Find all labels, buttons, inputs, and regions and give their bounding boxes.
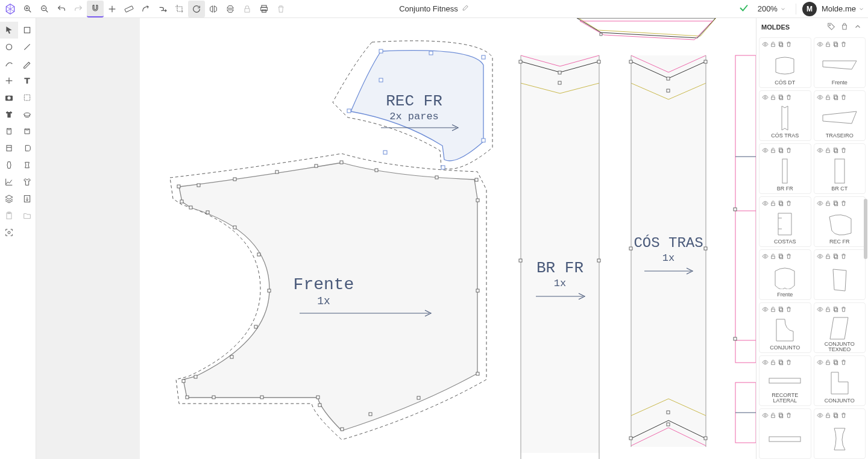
- piece-tool-b[interactable]: [18, 140, 36, 157]
- mold-item[interactable]: [814, 249, 866, 300]
- piece-br-fr[interactable]: BR FR 1x: [519, 55, 600, 459]
- mold-visibility-icon[interactable]: [762, 92, 769, 103]
- point-tool[interactable]: [0, 72, 18, 89]
- delete-icon[interactable]: [272, 1, 289, 17]
- mold-visibility-icon[interactable]: [817, 410, 823, 421]
- print-icon[interactable]: [256, 1, 272, 17]
- circle-tool[interactable]: [0, 39, 18, 55]
- piece-cos-tras[interactable]: CÓS TRAS 1x: [629, 55, 707, 447]
- mold-copy-icon[interactable]: [832, 39, 839, 50]
- shape-dash-tool[interactable]: [18, 89, 36, 106]
- mold-copy-icon[interactable]: [778, 92, 784, 103]
- folder-tool[interactable]: [18, 207, 36, 224]
- crop-icon[interactable]: [171, 1, 188, 17]
- text-tool[interactable]: [18, 72, 36, 89]
- garment-tool-a[interactable]: [0, 106, 18, 123]
- mold-copy-icon[interactable]: [832, 198, 839, 209]
- mold-copy-icon[interactable]: [832, 251, 839, 262]
- piece-frente[interactable]: Frente 1x: [170, 154, 486, 440]
- panel-bag-icon[interactable]: [840, 22, 850, 32]
- mold-item[interactable]: BR FR: [759, 143, 811, 194]
- mold-delete-icon[interactable]: [785, 92, 792, 103]
- piece-tool-a[interactable]: [0, 140, 18, 157]
- mold-delete-icon[interactable]: [785, 39, 792, 50]
- redo-icon[interactable]: [70, 1, 87, 17]
- mold-lock-icon[interactable]: [770, 251, 776, 262]
- mold-visibility-icon[interactable]: [762, 198, 769, 209]
- mold-lock-icon[interactable]: [770, 39, 776, 50]
- mold-copy-icon[interactable]: [832, 357, 839, 368]
- mold-visibility-icon[interactable]: [762, 304, 769, 315]
- mold-item[interactable]: CONJUNTO TEXNEO: [814, 302, 866, 353]
- app-logo[interactable]: [4, 2, 17, 16]
- mold-item[interactable]: [814, 408, 866, 459]
- mold-visibility-icon[interactable]: [762, 145, 769, 156]
- mold-copy-icon[interactable]: [778, 357, 784, 368]
- mold-copy-icon[interactable]: [778, 198, 784, 209]
- snap-magnet-icon[interactable]: [87, 1, 104, 17]
- mold-delete-icon[interactable]: [785, 410, 792, 421]
- zoom-in-icon[interactable]: [19, 1, 36, 17]
- path-icon[interactable]: [154, 1, 171, 17]
- scan-tool[interactable]: [0, 224, 18, 241]
- pen-curve-tool[interactable]: [0, 55, 18, 72]
- curve-icon[interactable]: [137, 1, 154, 17]
- lock-icon[interactable]: [239, 1, 256, 17]
- camera-tool[interactable]: [0, 89, 18, 106]
- mold-item[interactable]: CÓS DT: [759, 37, 811, 88]
- mold-visibility-icon[interactable]: [817, 251, 823, 262]
- mold-visibility-icon[interactable]: [762, 410, 769, 421]
- mold-delete-icon[interactable]: [840, 410, 847, 421]
- mold-lock-icon[interactable]: [770, 145, 776, 156]
- export-tool[interactable]: [18, 190, 36, 207]
- mold-visibility-icon[interactable]: [817, 39, 823, 50]
- layers-tool[interactable]: [0, 190, 18, 207]
- pattern-tool-a[interactable]: [0, 123, 18, 140]
- graph-tool[interactable]: [0, 173, 18, 190]
- mold-lock-icon[interactable]: [825, 145, 831, 156]
- mold-delete-icon[interactable]: [840, 198, 847, 209]
- pointer-tool[interactable]: [0, 22, 18, 39]
- undo-icon[interactable]: [53, 1, 70, 17]
- refresh-icon[interactable]: [188, 1, 205, 17]
- mold-copy-icon[interactable]: [778, 410, 784, 421]
- mold-item[interactable]: [759, 408, 811, 459]
- mold-visibility-icon[interactable]: [762, 357, 769, 368]
- mold-delete-icon[interactable]: [785, 357, 792, 368]
- mold-delete-icon[interactable]: [785, 198, 792, 209]
- mold-lock-icon[interactable]: [825, 92, 831, 103]
- panel-tag-icon[interactable]: [827, 22, 837, 32]
- mold-lock-icon[interactable]: [825, 39, 831, 50]
- mold-item[interactable]: COSTAS: [759, 196, 811, 247]
- shirt-tool[interactable]: [18, 173, 36, 190]
- mold-item[interactable]: Frente: [814, 37, 866, 88]
- mold-copy-icon[interactable]: [832, 410, 839, 421]
- mold-visibility-icon[interactable]: [817, 357, 823, 368]
- pencil-tool[interactable]: [18, 55, 36, 72]
- mold-lock-icon[interactable]: [825, 198, 831, 209]
- flip-h-icon[interactable]: [205, 1, 222, 17]
- mold-copy-icon[interactable]: [778, 304, 784, 315]
- body-tool-b[interactable]: [18, 157, 36, 173]
- zoom-out-icon[interactable]: [36, 1, 53, 17]
- artboard-tool[interactable]: [18, 22, 36, 39]
- mold-copy-icon[interactable]: [778, 145, 784, 156]
- mold-copy-icon[interactable]: [778, 251, 784, 262]
- edit-title-icon[interactable]: [462, 4, 469, 13]
- mold-lock-icon[interactable]: [770, 198, 776, 209]
- mold-delete-icon[interactable]: [840, 145, 847, 156]
- zoom-select[interactable]: 200%: [754, 3, 790, 14]
- mold-copy-icon[interactable]: [832, 145, 839, 156]
- mold-visibility-icon[interactable]: [817, 304, 823, 315]
- mold-delete-icon[interactable]: [840, 39, 847, 50]
- piece-rec-fr[interactable]: REC FR 2x pares: [333, 41, 492, 169]
- mold-visibility-icon[interactable]: [762, 251, 769, 262]
- mold-item[interactable]: CÓS TRAS: [759, 90, 811, 141]
- pattern-tool-b[interactable]: [18, 123, 36, 140]
- mold-visibility-icon[interactable]: [762, 39, 769, 50]
- mold-delete-icon[interactable]: [840, 304, 847, 315]
- mold-lock-icon[interactable]: [825, 304, 831, 315]
- mold-visibility-icon[interactable]: [817, 92, 823, 103]
- clipboard-tool[interactable]: [0, 207, 18, 224]
- mold-copy-icon[interactable]: [832, 304, 839, 315]
